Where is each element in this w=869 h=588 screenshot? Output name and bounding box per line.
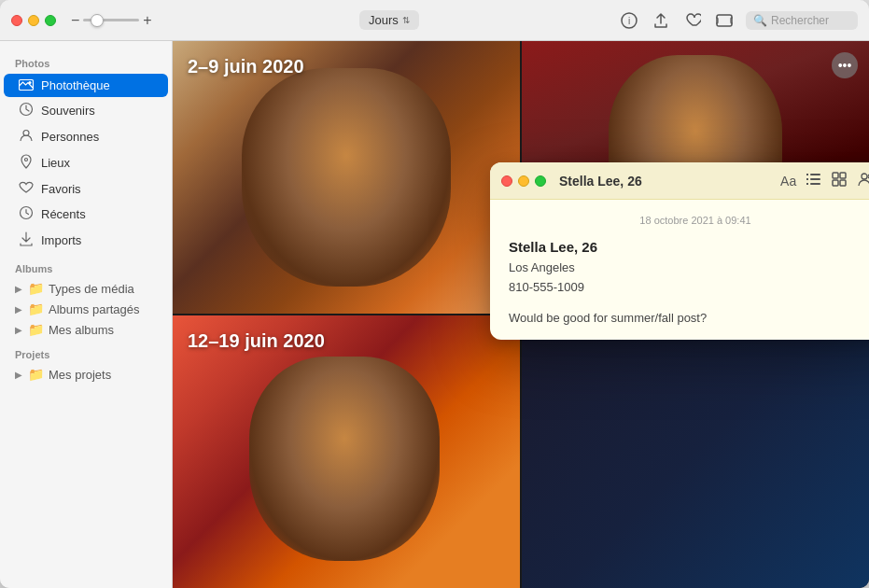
svg-point-6 — [29, 81, 32, 84]
arrow-icon: ▶ — [15, 325, 22, 335]
titlebar: − + Jours ⇅ i — [0, 0, 869, 41]
main-area: Photos Photothèque — [0, 41, 869, 588]
share-button[interactable] — [651, 10, 671, 31]
slider-track — [83, 19, 139, 21]
svg-rect-11 — [806, 174, 808, 175]
view-label: Jours — [369, 13, 399, 27]
search-box[interactable]: 🔍 Rechercher — [746, 11, 858, 30]
chevron-up-down-icon: ⇅ — [402, 15, 410, 25]
section-header-projets: Projets — [0, 340, 172, 364]
notes-contact-name[interactable]: Stella Lee, 26 — [509, 239, 869, 255]
sidebar-group-mes-albums[interactable]: ▶ 📁 Mes albums — [0, 319, 172, 340]
svg-rect-18 — [840, 173, 846, 178]
sidebar-label-lieux: Lieux — [41, 156, 70, 170]
main-window: − + Jours ⇅ i — [0, 0, 869, 588]
sidebar-item-favoris[interactable]: Favoris — [4, 176, 168, 201]
notes-close-button[interactable] — [501, 175, 512, 187]
folder-shared-icon: 📁 — [28, 301, 43, 316]
sidebar-label-souvenirs: Souvenirs — [41, 104, 95, 118]
minimize-button[interactable] — [28, 15, 39, 26]
folder-mine-icon: 📁 — [28, 322, 43, 337]
sidebar-item-recents[interactable]: Récents — [4, 202, 168, 227]
photo-cell-1[interactable]: 2–9 juin 2020 — [173, 41, 520, 314]
sidebar-label-types-media: Types de média — [49, 282, 134, 296]
more-button[interactable]: ••• — [832, 52, 858, 78]
titlebar-center: Jours ⇅ — [167, 10, 611, 30]
sidebar-group-mes-projets[interactable]: ▶ 📁 Mes projets — [0, 364, 172, 385]
sidebar-label-mes-albums: Mes albums — [49, 323, 114, 337]
svg-rect-13 — [806, 178, 808, 180]
traffic-lights — [11, 15, 56, 26]
notes-city: Los Angeles — [509, 259, 869, 278]
view-selector[interactable]: Jours ⇅ — [359, 10, 419, 30]
photo-cell-4[interactable] — [522, 315, 869, 588]
svg-rect-19 — [833, 180, 838, 186]
souvenirs-icon — [19, 102, 34, 119]
sidebar-item-lieux[interactable]: Lieux — [4, 150, 168, 175]
close-button[interactable] — [11, 15, 22, 26]
imports-icon — [19, 231, 34, 249]
people-button[interactable] — [856, 172, 869, 189]
notes-traffic-lights — [501, 175, 546, 187]
arrow-icon: ▶ — [15, 370, 22, 380]
info-button[interactable]: i — [619, 10, 639, 31]
notes-popup: Stella Lee, 26 Aa — [490, 162, 869, 340]
notes-minimize-button[interactable] — [518, 175, 529, 187]
zoom-minus-icon: − — [71, 13, 79, 28]
sidebar-item-personnes[interactable]: Personnes — [4, 124, 168, 149]
grid-button[interactable] — [832, 172, 847, 189]
notes-window-title: Stella Lee, 26 — [559, 174, 773, 189]
list-button[interactable] — [806, 172, 822, 189]
notes-titlebar: Stella Lee, 26 Aa — [490, 162, 869, 200]
sidebar-item-souvenirs[interactable]: Souvenirs — [4, 98, 168, 123]
favoris-icon — [19, 180, 34, 197]
content-area: 2–9 juin 2020 ••• 12–19 juin 2020 — [173, 41, 869, 588]
sidebar-item-imports[interactable]: Imports — [4, 228, 168, 253]
svg-rect-20 — [840, 180, 846, 186]
photo-label-1: 2–9 juin 2020 — [188, 56, 304, 77]
svg-text:i: i — [628, 16, 630, 26]
folder-icon: 📁 — [28, 281, 43, 296]
notes-maximize-button[interactable] — [535, 175, 546, 187]
search-placeholder: Rechercher — [771, 14, 829, 27]
sidebar-group-albums-partages[interactable]: ▶ 📁 Albums partagés — [0, 299, 172, 319]
sidebar-group-types-media[interactable]: ▶ 📁 Types de média — [0, 278, 172, 299]
sidebar-label-phototheque: Photothèque — [41, 78, 110, 92]
svg-rect-2 — [717, 15, 732, 26]
svg-point-21 — [862, 174, 867, 179]
notes-note-text: Would be good for summer/fall post? — [509, 311, 869, 325]
arrow-icon: ▶ — [15, 304, 22, 315]
photo-cell-3[interactable]: 12–19 juin 2020 — [173, 315, 520, 588]
section-header-photos: Photos — [0, 49, 172, 73]
svg-rect-14 — [810, 178, 820, 180]
sidebar-label-mes-projets: Mes projets — [49, 368, 111, 382]
search-icon: 🔍 — [753, 14, 767, 27]
sidebar-label-personnes: Personnes — [41, 130, 99, 144]
svg-rect-16 — [810, 183, 820, 185]
svg-rect-17 — [833, 173, 838, 178]
sidebar-item-phototheque[interactable]: Photothèque — [4, 74, 168, 97]
svg-point-9 — [25, 159, 28, 161]
notes-timestamp: 18 octobre 2021 à 09:41 — [509, 215, 869, 226]
sidebar-label-favoris: Favoris — [41, 182, 81, 196]
arrow-icon: ▶ — [15, 284, 22, 294]
sidebar-label-recents: Récents — [41, 207, 86, 221]
maximize-button[interactable] — [45, 15, 56, 26]
notes-content: 18 octobre 2021 à 09:41 Stella Lee, 26 L… — [490, 200, 869, 340]
zoom-plus-icon: + — [143, 13, 151, 28]
section-header-albums: Albums — [0, 254, 172, 278]
recents-icon — [19, 205, 34, 223]
zoom-slider[interactable]: − + — [71, 13, 152, 28]
font-button[interactable]: Aa — [780, 174, 796, 189]
heart-button[interactable] — [682, 10, 703, 31]
svg-rect-15 — [806, 183, 808, 185]
sidebar: Photos Photothèque — [0, 41, 173, 588]
lieux-icon — [19, 154, 34, 172]
folder-projects-icon: 📁 — [28, 367, 43, 382]
personnes-icon — [19, 128, 34, 146]
phototheque-icon — [19, 77, 34, 93]
slider-thumb — [91, 14, 104, 27]
notes-phone: 810-555-1009 — [509, 278, 869, 298]
sidebar-label-albums-partages: Albums partagés — [49, 302, 140, 316]
slideshow-button[interactable] — [714, 10, 735, 31]
